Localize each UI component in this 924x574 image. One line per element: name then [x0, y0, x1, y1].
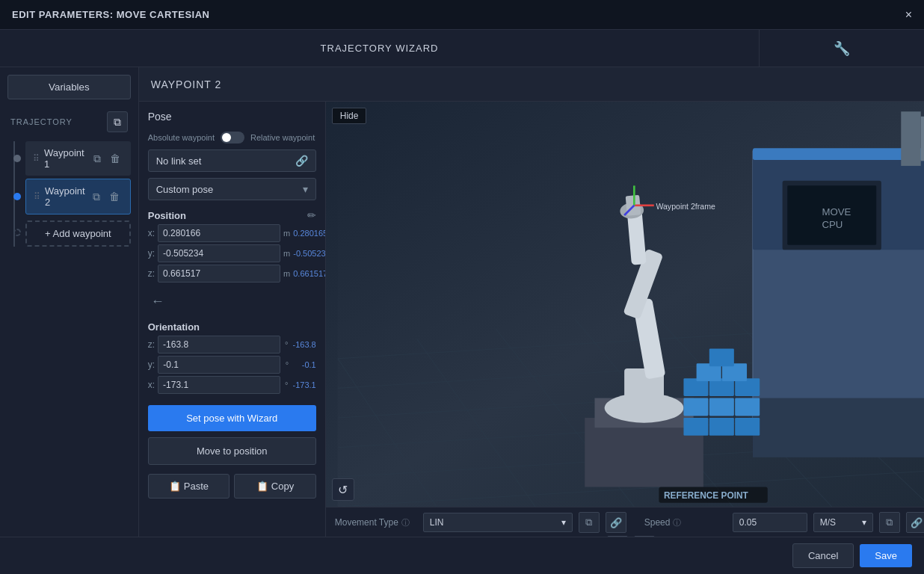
waypoint-1-delete-button[interactable]: 🗑 [107, 151, 123, 167]
close-button[interactable]: × [905, 8, 912, 22]
trajectory-copy-button[interactable]: ⧉ [107, 111, 128, 132]
title-bar: EDIT PARAMETERS: MOVE CARTESIAN × [0, 0, 924, 30]
scene-svg: MOVE CPU [326, 102, 924, 507]
copy-button[interactable]: 📋 Copy [234, 474, 316, 499]
config-panel: Pose Absolute waypoint Relative waypoint… [139, 102, 326, 537]
waypoint-2-dot [13, 193, 21, 200]
custom-pose-text: Custom pose [156, 184, 214, 195]
drag-handle-1: ⠿ [33, 153, 40, 164]
speed-unit: M/S [820, 517, 836, 528]
paste-label: Paste [184, 481, 209, 492]
speed-unit-dropdown[interactable]: M/S ▾ [813, 513, 873, 532]
orientation-z-input[interactable] [158, 336, 280, 354]
speed-info-icon[interactable]: ⓘ [673, 517, 681, 528]
oy-label: y: [148, 359, 155, 370]
orientation-x-input[interactable] [158, 376, 280, 394]
acceleration-copy-button[interactable]: ⧉ [607, 536, 628, 537]
z-unit: m [283, 269, 290, 278]
orientation-title: Orientation [148, 321, 200, 333]
movement-type-label: Movement Type ⓘ [335, 517, 417, 528]
movement-type-value: LIN [430, 517, 444, 528]
paste-icon: 📋 [169, 481, 181, 492]
move-to-position-button[interactable]: Move to position [148, 437, 316, 465]
position-x-input[interactable] [158, 224, 280, 242]
waypoints-section: ⠿ Waypoint 1 ⧉ 🗑 ⠿ Waypoint 2 [7, 141, 131, 247]
arrow-left-button[interactable]: ← [148, 291, 167, 312]
y-label: y: [148, 248, 155, 259]
params-bar: Movement Type ⓘ LIN ▾ ⧉ 🔗 Speed [326, 507, 924, 537]
params-row-2: Acceleration ⓘ PERCENT ▾ ⧉ 🔗 Bl [335, 536, 924, 537]
pose-toggle-row: Absolute waypoint Relative waypoint [148, 132, 316, 144]
top-bar-right: 🔧 [760, 30, 924, 67]
copy-icon: 📋 [256, 481, 268, 492]
save-button[interactable]: Save [860, 544, 912, 567]
reset-icon: ↺ [338, 483, 348, 497]
trajectory-header: TRAJECTORY ⧉ [7, 111, 131, 132]
waypoint-1-dot [13, 155, 21, 162]
position-header: Position ✏ [148, 209, 316, 221]
link-set-text: No link set [156, 155, 202, 167]
relative-waypoint-label: Relative waypoint [250, 133, 315, 142]
orientation-z-row: z: ° -163.8 [148, 336, 316, 354]
hide-button[interactable]: Hide [332, 108, 367, 124]
paste-button[interactable]: 📋 Paste [148, 474, 230, 499]
waypoint-2-delete-button[interactable]: 🗑 [106, 189, 123, 205]
oz-label: z: [148, 339, 155, 350]
add-waypoint-button[interactable]: + Add waypoint [25, 220, 131, 247]
position-y-input[interactable] [158, 244, 280, 262]
absolute-waypoint-label: Absolute waypoint [148, 133, 215, 142]
svg-rect-24 [920, 117, 924, 161]
cancel-button[interactable]: Cancel [792, 543, 854, 568]
y-unit: m [283, 249, 290, 258]
orientation-y-input[interactable] [158, 356, 280, 374]
waypoint-2-actions: ⧉ 🗑 [90, 189, 123, 205]
svg-rect-36 [709, 418, 734, 436]
y-computed: -0.505234 [293, 249, 325, 258]
x-unit: m [283, 229, 290, 238]
waypoint-1-copy-button[interactable]: ⧉ [90, 151, 104, 167]
waypoint-1-item[interactable]: ⠿ Waypoint 1 ⧉ 🗑 [25, 141, 131, 176]
svg-rect-38 [683, 398, 708, 416]
acceleration-link-button[interactable]: 🔗 [634, 536, 655, 537]
ox-unit: ° [283, 380, 289, 389]
custom-pose-row[interactable]: Custom pose ▾ [148, 178, 316, 200]
pose-header: Pose [148, 111, 316, 123]
position-z-row: z: m 0.661517 [148, 265, 316, 283]
waypoint-2-copy-button[interactable]: ⧉ [90, 189, 103, 205]
position-title: Position [148, 210, 186, 221]
speed-input[interactable] [733, 513, 807, 532]
waypoint-2-item[interactable]: ⠿ Waypoint 2 ⧉ 🗑 [25, 179, 131, 215]
speed-copy-button[interactable]: ⧉ [879, 512, 900, 533]
svg-text:REFERENCE POINT: REFERENCE POINT [664, 490, 749, 501]
x-computed: 0.280165 [293, 229, 325, 238]
position-edit-button[interactable]: ✏ [307, 209, 316, 221]
link-set-row[interactable]: No link set 🔗 [148, 149, 316, 172]
position-z-input[interactable] [158, 265, 280, 283]
orientation-y-row: y: ° -0.1 [148, 356, 316, 374]
oz-computed: -163.8 [293, 340, 316, 349]
waypoint-type-toggle[interactable] [221, 132, 244, 144]
waypoint-1-name: Waypoint 1 [44, 147, 86, 170]
movement-type-copy-button[interactable]: ⧉ [579, 512, 600, 533]
speed-link-button[interactable]: 🔗 [906, 512, 924, 533]
arrow-divider: ← [148, 291, 316, 312]
orientation-section: Orientation z: ° -163.8 y: ° -0.1 [148, 318, 316, 396]
ox-computed: -173.1 [293, 380, 316, 389]
svg-rect-46 [709, 348, 734, 366]
movement-type-info-icon[interactable]: ⓘ [401, 517, 410, 528]
z-computed: 0.661517 [293, 269, 325, 278]
trajectory-wizard-button[interactable]: TRAJECTORY WIZARD [0, 30, 760, 67]
toggle-knob [222, 133, 231, 142]
position-x-row: x: m 0.280165 [148, 224, 316, 242]
right-panel: WAYPOINT 2 ⤢ 💾 🔗 Pose Absolute [139, 67, 924, 537]
movement-type-dropdown[interactable]: LIN ▾ [423, 513, 573, 532]
oy-unit: ° [283, 360, 291, 369]
set-pose-button[interactable]: Set pose with Wizard [148, 405, 316, 431]
variables-button[interactable]: Variables [7, 75, 131, 99]
movement-type-link-button[interactable]: 🔗 [606, 512, 626, 533]
orientation-x-row: x: ° -173.1 [148, 376, 316, 394]
scene-area[interactable]: MOVE CPU [326, 102, 924, 507]
waypoint-header: WAYPOINT 2 ⤢ 💾 🔗 [139, 67, 924, 102]
reset-view-button[interactable]: ↺ [332, 478, 354, 501]
svg-text:MOVE: MOVE [822, 206, 851, 217]
